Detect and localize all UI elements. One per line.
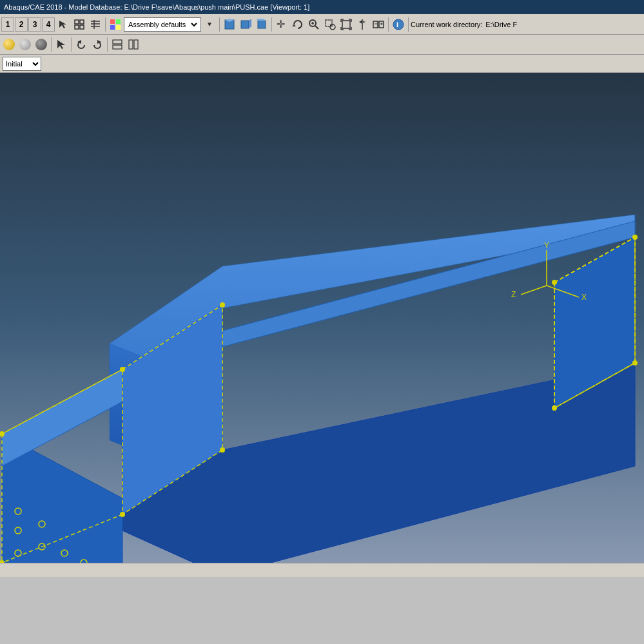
svg-marker-16 bbox=[249, 19, 251, 28]
svg-point-83 bbox=[220, 447, 225, 453]
svg-marker-39 bbox=[362, 20, 366, 24]
svg-rect-3 bbox=[75, 25, 79, 29]
sep3 bbox=[271, 17, 272, 32]
workdir-value: E:\Drive F bbox=[485, 21, 517, 28]
title-bar: Abaqus/CAE 2018 - Model Database: E:\Dri… bbox=[0, 0, 644, 14]
svg-text:i: i bbox=[396, 21, 398, 28]
svg-rect-50 bbox=[113, 40, 122, 44]
step-selector-row: Initial bbox=[0, 55, 644, 73]
sphere3-icon[interactable] bbox=[34, 37, 49, 52]
svg-rect-11 bbox=[110, 25, 115, 30]
viewport[interactable]: X Y Z bbox=[0, 73, 644, 563]
zoom-box-icon[interactable] bbox=[322, 17, 338, 32]
workdir-label: Current work directory: bbox=[411, 21, 482, 28]
sep5 bbox=[408, 17, 409, 32]
cube-side-view-icon[interactable] bbox=[254, 17, 269, 32]
num4-button[interactable]: 4 bbox=[42, 17, 55, 32]
num3-button[interactable]: 3 bbox=[28, 17, 41, 32]
model-svg: X Y Z bbox=[0, 73, 644, 563]
assembly-defaults-dropdown[interactable]: Assembly defaults bbox=[124, 17, 201, 32]
pan-tool-icon[interactable]: ✛ bbox=[274, 17, 289, 32]
svg-rect-1 bbox=[75, 20, 79, 24]
svg-rect-12 bbox=[116, 25, 121, 30]
redo-icon[interactable] bbox=[90, 37, 105, 52]
fit-view-icon[interactable] bbox=[338, 17, 354, 32]
sep7 bbox=[71, 37, 72, 52]
svg-rect-9 bbox=[110, 19, 115, 24]
pointer-icon[interactable] bbox=[55, 17, 71, 32]
info-icon[interactable]: i bbox=[391, 17, 406, 32]
cube-front-view-icon[interactable] bbox=[238, 17, 253, 32]
svg-point-84 bbox=[552, 280, 557, 285]
sep2 bbox=[219, 17, 220, 32]
svg-point-79 bbox=[120, 512, 125, 517]
svg-point-82 bbox=[220, 302, 225, 307]
assembly-defaults-select[interactable]: Assembly defaults bbox=[126, 20, 199, 29]
svg-rect-10 bbox=[116, 19, 121, 24]
svg-rect-51 bbox=[113, 45, 122, 49]
sep6 bbox=[51, 37, 52, 52]
status-bar bbox=[0, 563, 644, 577]
color-swatch-icon[interactable] bbox=[108, 17, 123, 32]
zoom-in-icon[interactable] bbox=[306, 17, 322, 32]
rotate-tool-icon[interactable] bbox=[290, 17, 306, 32]
svg-text:X: X bbox=[581, 293, 587, 302]
sep8 bbox=[107, 37, 108, 52]
toolbar-area: 1 2 3 4 bbox=[0, 14, 644, 55]
num2-button[interactable]: 2 bbox=[15, 17, 28, 32]
svg-rect-2 bbox=[80, 20, 84, 24]
svg-text:Z: Z bbox=[511, 290, 516, 299]
grid-view-icon[interactable] bbox=[72, 17, 87, 32]
svg-rect-40 bbox=[373, 21, 378, 28]
dropdown-arrow-icon[interactable]: ▼ bbox=[202, 17, 217, 32]
toolbar-row1: 1 2 3 4 bbox=[0, 14, 644, 35]
list-view-icon[interactable] bbox=[88, 17, 103, 32]
svg-marker-18 bbox=[256, 19, 266, 21]
svg-marker-38 bbox=[359, 20, 362, 24]
title-text: Abaqus/CAE 2018 - Model Database: E:\Dri… bbox=[4, 3, 309, 11]
svg-point-78 bbox=[120, 367, 125, 372]
tile-icon[interactable] bbox=[110, 37, 125, 52]
cube-top-view-icon[interactable] bbox=[222, 17, 237, 32]
svg-rect-17 bbox=[258, 21, 266, 28]
svg-text:Y: Y bbox=[544, 241, 549, 250]
svg-rect-4 bbox=[80, 25, 84, 29]
num1-button[interactable]: 1 bbox=[1, 17, 14, 32]
svg-marker-0 bbox=[59, 21, 66, 28]
svg-text:✛: ✛ bbox=[277, 19, 285, 30]
sphere1-icon[interactable] bbox=[1, 37, 17, 52]
svg-rect-28 bbox=[342, 21, 350, 28]
grid-layout-icon[interactable] bbox=[126, 37, 141, 52]
counter-icon[interactable] bbox=[371, 17, 386, 32]
toolbar-row2 bbox=[0, 35, 644, 54]
svg-rect-52 bbox=[129, 40, 133, 49]
svg-marker-47 bbox=[57, 40, 65, 49]
svg-rect-15 bbox=[241, 21, 249, 28]
svg-rect-53 bbox=[134, 40, 138, 49]
undo-icon[interactable] bbox=[73, 37, 89, 52]
sep1 bbox=[105, 17, 106, 32]
step-selector[interactable]: Initial bbox=[3, 57, 41, 71]
svg-marker-20 bbox=[292, 24, 296, 26]
sep4 bbox=[388, 17, 389, 32]
svg-point-85 bbox=[552, 405, 557, 411]
flip-icon[interactable] bbox=[355, 17, 370, 32]
svg-line-22 bbox=[315, 26, 318, 29]
svg-point-87 bbox=[632, 360, 638, 366]
svg-point-86 bbox=[632, 235, 638, 240]
cursor-tool-icon[interactable] bbox=[54, 37, 69, 52]
sphere2-icon[interactable] bbox=[17, 37, 33, 52]
